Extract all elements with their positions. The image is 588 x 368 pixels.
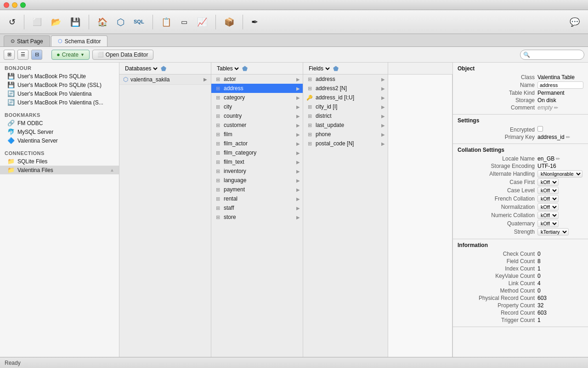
fields-dropdown[interactable]: Fields [307,65,331,72]
table-item-inventory[interactable]: ⊞ inventory ▶ [211,167,303,176]
field-item-address-id[interactable]: 🔑 address_id [I;U] ▶ [303,93,388,102]
sidebar-item-mysql[interactable]: 🐬 MySQL Server [0,127,119,136]
table-item-address[interactable]: ⊞ address ▶ [211,84,303,93]
sidebar-item-macbook-sqlite[interactable]: 💾 User's MacBook Pro SQLite [0,72,119,80]
field-icon: ⊞ [306,122,313,128]
alternate-handling-select[interactable]: kNonIgnorable [537,170,582,178]
table-name: country [224,113,294,119]
french-collation-label: French Collation [458,196,537,202]
sidebar-item-fm-odbc[interactable]: 🔗 FM ODBC [0,119,119,127]
open-data-editor-button[interactable]: ⬜ Open Data Editor [92,50,153,60]
normalization-select[interactable]: kOff [537,203,559,211]
field-item-phone[interactable]: ⊞ phone ▶ [303,130,388,139]
storage-encoding-row: Storage Encoding UTF-16 [458,162,583,170]
table-item-category[interactable]: ⊞ category ▶ [211,93,303,102]
view-icon-button[interactable]: ⊞ [4,50,15,60]
sidebar-item-label: User's MacBook Pro SQLite [17,73,114,80]
back-button[interactable]: ↺ [6,13,18,31]
sql-button[interactable]: SQL [131,13,147,31]
databases-dropdown[interactable]: Databases [123,65,159,72]
case-level-select[interactable]: kOff [537,187,559,194]
view-list-button[interactable]: ☰ [17,50,28,60]
table-item-film-actor[interactable]: ⊞ film_actor ▶ [211,139,303,148]
open-file-button[interactable]: 📂 [48,13,64,31]
column-headers: Databases ⬟ Tables ⬟ Fields ⬟ [119,63,452,75]
table-name: language [224,177,294,184]
field-item-last-update[interactable]: ⊞ last_update ▶ [303,121,388,130]
table-item-film-category[interactable]: ⊞ film_category ▶ [211,148,303,157]
report-button[interactable]: 📋 [158,13,174,31]
table-expand-icon: ▶ [296,114,300,119]
locale-edit-icon[interactable]: ✏ [556,156,560,162]
table-item-country[interactable]: ⊞ country ▶ [211,111,303,121]
primary-key-edit-icon[interactable]: ✏ [566,134,570,140]
encrypted-checkbox[interactable] [537,126,543,132]
field-item-city-id[interactable]: ⊞ city_id [I] ▶ [303,102,388,111]
table-item-language[interactable]: ⊞ language ▶ [211,176,303,185]
create-plus-icon: ● [57,51,60,58]
field-item-address2[interactable]: ⊞ address2 [N] ▶ [303,84,388,93]
chart-button[interactable]: 📈 [194,13,210,31]
sidebar-item-sqlite-files[interactable]: 📁 SQLite Files [0,157,119,166]
numeric-collation-select[interactable]: kOff [537,212,559,219]
quaternary-select[interactable]: kOff [537,220,559,227]
minimize-button[interactable] [12,2,17,8]
strength-select[interactable]: kTertiary [537,228,569,236]
schema-icon: ⬡ [117,17,124,27]
tables-pane: ⊞ actor ▶ ⊞ address ▶ ⊞ category ▶ ⊞ cit… [211,75,303,357]
sidebar-item-macbook-sqlite-ssl[interactable]: 💾 User's MacBook Pro SQLite (SSL) [0,80,119,89]
schema-button[interactable]: ⬡ [114,13,127,31]
search-input[interactable] [532,52,581,58]
case-first-select[interactable]: kOff [537,178,559,186]
field-item-postal-code[interactable]: ⊞ postal_code [N] ▶ [303,139,388,148]
french-collation-select[interactable]: kOff [537,195,559,202]
tables-dropdown-arrow: ⬟ [242,65,248,72]
field-expand-icon: ▶ [381,86,385,91]
index-count-label: Index Count [458,265,537,272]
tables-dropdown[interactable]: Tables [215,65,240,72]
strength-value: kTertiary [537,228,583,236]
table-icon: ⊞ [214,178,221,184]
tab-start-page[interactable]: ⊙ Start Page [4,35,50,46]
dropper-button[interactable]: ✒ [249,13,261,31]
comment-row: Comment empty ✏ [458,104,583,111]
comment-edit-icon[interactable]: ✏ [554,105,558,111]
fields-header: Fields ⬟ [303,63,388,74]
table-item-customer[interactable]: ⊞ customer ▶ [211,121,303,130]
table-icon: ⊞ [214,196,221,202]
record-count-row: Record Count 603 [458,309,583,316]
tab-schema-editor[interactable]: ⬡ Schema Editor [51,35,108,46]
collation-section: Collation Settings Locale Name en_GB ✏ S… [453,144,588,239]
locale-value: en_GB ✏ [537,155,583,162]
table-item-film[interactable]: ⊞ film ▶ [211,130,303,139]
table-icon: ⊞ [214,132,221,138]
save-button[interactable]: 💾 [68,13,83,31]
close-button[interactable] [4,2,9,8]
sidebar-item-valentina[interactable]: 🔄 User's MacBook Pro Valentina [0,89,119,98]
chat-button[interactable]: 💬 [567,13,582,31]
field-item-district[interactable]: ⊞ district ▶ [303,111,388,121]
table-item-actor[interactable]: ⊞ actor ▶ [211,75,303,84]
search-box[interactable]: 🔍 [520,50,584,60]
sidebar-item-valentina-server[interactable]: 🔷 Valentina Server [0,136,119,145]
table-item-city[interactable]: ⊞ city ▶ [211,102,303,111]
sidebar-item-valentina-files[interactable]: 📁 Valentina Files ▲ [0,166,119,174]
home-button[interactable]: 🏠 [95,13,110,31]
create-button[interactable]: ● Create ▼ [51,50,90,60]
new-window-button[interactable]: ⬜ [30,13,45,31]
table-item-film-text[interactable]: ⊞ film_text ▶ [211,157,303,167]
table-item-store[interactable]: ⊞ store ▶ [211,213,303,222]
sidebar-item-valentina-s[interactable]: 🔄 User's MacBook Pro Valentina (S... [0,98,119,107]
report-icon: 📋 [161,18,171,26]
view-column-button[interactable]: ⊟ [31,50,42,60]
export-button[interactable]: 📦 [221,13,237,31]
field-item-address[interactable]: ⊞ address ▶ [303,75,388,84]
table-item-rental[interactable]: ⊞ rental ▶ [211,194,303,203]
database-item-valentina-sakila[interactable]: ⬡ valentina_sakila ▶ [119,75,211,85]
table-expand-icon: ▶ [296,215,300,220]
form-button[interactable]: ▭ [178,13,191,31]
maximize-button[interactable] [20,2,26,8]
table-item-payment[interactable]: ⊞ payment ▶ [211,185,303,194]
table-item-staff[interactable]: ⊞ staff ▶ [211,203,303,213]
name-input[interactable] [537,81,583,89]
